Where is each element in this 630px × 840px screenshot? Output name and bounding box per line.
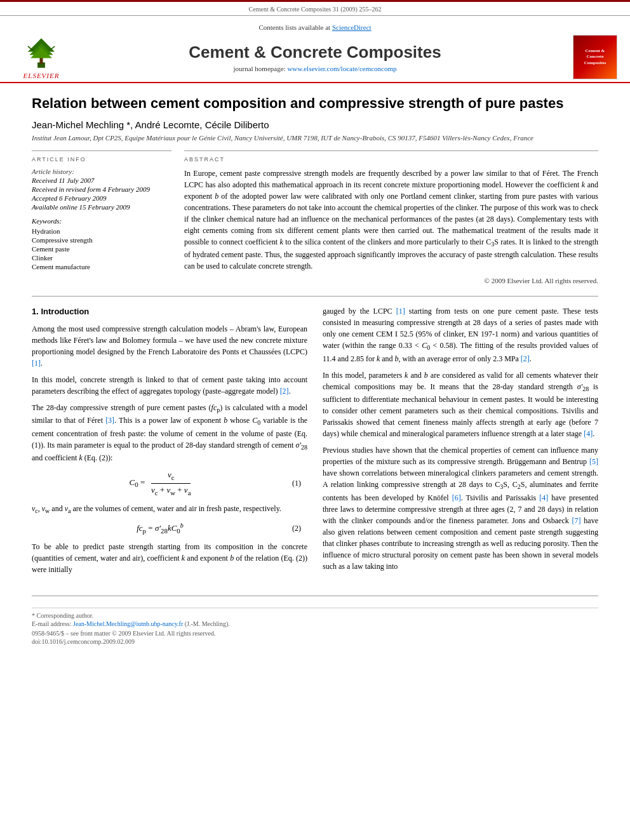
article-info-label: ARTICLE INFO [32, 156, 171, 163]
history-label: Article history: [32, 168, 171, 175]
email-link[interactable]: Jean-Michel.Mechling@iutnb.uhp-nancy.fr [73, 620, 183, 627]
affiliation: Institut Jean Lamour, Dpt CP2S, Equipe M… [32, 134, 598, 142]
sciencedirect-label: Contents lists available at [258, 23, 330, 31]
abstract-column: ABSTRACT In Europe, cement paste compres… [184, 150, 598, 286]
journal-title: Cement & Concrete Composites [70, 43, 560, 62]
body-col-left: 1. Introduction Among the most used comp… [32, 305, 307, 580]
sciencedirect-line: Contents lists available at ScienceDirec… [0, 21, 630, 32]
abstract-label: ABSTRACT [184, 156, 598, 163]
elsevier-logo-area: ELSEVIER [13, 36, 70, 79]
keywords-section: Keywords: Hydration Compressive strength… [32, 217, 171, 270]
ccc-logo: Cement &ConcreteComposites [573, 35, 617, 79]
authors-text: Jean-Michel Mechling *, André Lecomte, C… [32, 119, 269, 130]
intro-p2: In this model, concrete strength is link… [32, 374, 307, 397]
keyword-5: Cement manufacture [32, 263, 171, 270]
doi-line: doi:10.1016/j.cemconcomp.2009.02.009 [32, 638, 598, 645]
intro-p5: To be able to predict paste strength sta… [32, 541, 307, 575]
keyword-1: Hydration [32, 227, 171, 235]
journal-header-main: ELSEVIER Cement & Concrete Composites jo… [0, 32, 630, 82]
equation-1-block: C0 = vc vc + vw + va (1) [32, 469, 307, 498]
email-label: E-mail address: [32, 620, 71, 627]
equation-1: C0 = vc vc + vw + va [38, 469, 282, 498]
citation-text: Cement & Concrete Composites 31 (2009) 2… [249, 6, 382, 13]
corresponding-author: * Corresponding author. E-mail address: … [32, 608, 598, 627]
ccc-logo-area: Cement &ConcreteComposites [560, 35, 617, 79]
journal-title-area: Cement & Concrete Composites journal hom… [70, 43, 560, 72]
intro-p3: The 28-day compressive strength of pure … [32, 402, 307, 463]
section-divider [32, 296, 598, 297]
received-date: Received 11 July 2007 [32, 177, 171, 184]
journal-header: Contents lists available at ScienceDirec… [0, 16, 630, 83]
equation-2-number: (2) [282, 523, 301, 534]
elsevier-logo: ELSEVIER [13, 36, 70, 79]
copyright-notice: © 2009 Elsevier Ltd. All rights reserved… [184, 276, 598, 286]
section-1-heading: 1. Introduction [32, 305, 307, 318]
revised-date: Received in revised form 4 February 2009 [32, 185, 171, 193]
journal-homepage: journal homepage: www.elsevier.com/locat… [70, 65, 560, 72]
body-section: 1. Introduction Among the most used comp… [32, 305, 598, 580]
abstract-paragraph: In Europe, cement paste compressive stre… [184, 168, 598, 272]
intro-p1: Among the most used compressive strength… [32, 323, 307, 369]
article-info-column: ARTICLE INFO Article history: Received 1… [32, 150, 171, 286]
keywords-list: Hydration Compressive strength Cement pa… [32, 227, 171, 270]
elsevier-wordmark: ELSEVIER [23, 72, 60, 79]
info-abstract-section: ARTICLE INFO Article history: Received 1… [32, 150, 598, 286]
sciencedirect-link[interactable]: ScienceDirect [332, 23, 372, 31]
ccc-logo-text: Cement &ConcreteComposites [584, 48, 607, 65]
article-title: Relation between cement composition and … [32, 95, 598, 113]
homepage-url[interactable]: www.elsevier.com/locate/cemconcomp [287, 65, 396, 72]
accepted-date: Accepted 6 February 2009 [32, 194, 171, 202]
keyword-3: Cement paste [32, 245, 171, 253]
equation-2-block: fcp = σ'28kC0b (2) [32, 521, 307, 536]
equation-2: fcp = σ'28kC0b [38, 521, 282, 536]
issn-line: 0958-9465/$ – see front matter © 2009 El… [32, 630, 598, 637]
footnote-email: E-mail address: Jean-Michel.Mechling@iut… [32, 620, 598, 627]
right-p2: In this model, parameters k and b are co… [323, 370, 598, 439]
article-history: Article history: Received 11 July 2007 R… [32, 168, 171, 211]
authors-line: Jean-Michel Mechling *, André Lecomte, C… [32, 119, 598, 130]
footnote-1: * Corresponding author. [32, 612, 598, 619]
right-p1: gauged by the LCPC [1] starting from tes… [323, 305, 598, 364]
available-date: Available online 15 February 2009 [32, 203, 171, 211]
main-content: Relation between cement composition and … [0, 83, 630, 659]
right-p3: Previous studies have shown that the che… [323, 444, 598, 571]
keywords-label: Keywords: [32, 217, 171, 225]
homepage-label: journal homepage: [233, 65, 285, 72]
elsevier-tree-icon [19, 36, 64, 70]
intro-p4: vc, vw and va are the volumes of cement,… [32, 503, 307, 516]
page-footer: * Corresponding author. E-mail address: … [32, 596, 598, 645]
body-col-right: gauged by the LCPC [1] starting from tes… [323, 305, 598, 580]
author-initials: (J.-M. Mechling). [185, 620, 230, 627]
keyword-4: Clinker [32, 254, 171, 262]
abstract-text: In Europe, cement paste compressive stre… [184, 168, 598, 286]
equation-1-number: (1) [282, 477, 301, 489]
keyword-2: Compressive strength [32, 236, 171, 244]
citation-line: Cement & Concrete Composites 31 (2009) 2… [0, 2, 630, 16]
